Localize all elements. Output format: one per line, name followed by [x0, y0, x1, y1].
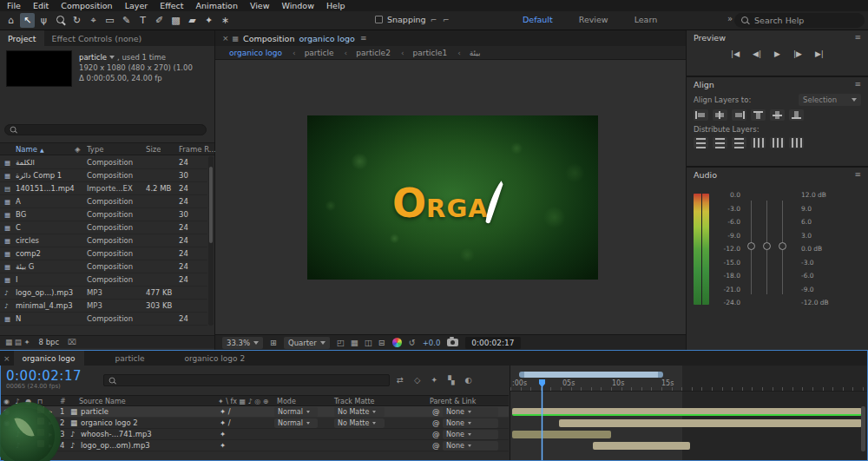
distribute-button-icon[interactable] — [751, 137, 766, 148]
project-item-row[interactable]: ▦ comp2 Composition 24 — [0, 247, 207, 260]
graph-scrollbar[interactable] — [861, 406, 865, 451]
align-button-icon[interactable] — [732, 109, 746, 121]
color-depth-indicator[interactable]: 8 bpc — [39, 338, 60, 346]
composition-breadcrumb[interactable]: بيئة — [452, 49, 485, 57]
snapping-checkbox[interactable] — [375, 16, 383, 23]
label-column-icon[interactable]: ◈ — [75, 143, 81, 156]
layer-row[interactable]: ♪ ▸ 4 ♪ logo_op...om).mp3 ✦ @ None — [1, 440, 509, 451]
tool-button-icon[interactable]: ✐ — [152, 13, 167, 28]
parent-dropdown[interactable]: None — [443, 418, 498, 428]
tool-button-icon[interactable]: ⌂ — [3, 13, 18, 28]
layer-search-field[interactable] — [103, 374, 390, 386]
pick-whip-icon[interactable]: @ — [432, 440, 440, 451]
help-search-input[interactable] — [754, 16, 860, 25]
layer-duration-bar[interactable] — [512, 408, 862, 416]
transport-button[interactable]: ▶ — [772, 48, 783, 60]
composition-viewport[interactable]: ORGA — [215, 60, 686, 334]
project-search-field[interactable] — [4, 124, 207, 135]
composition-breadcrumb[interactable]: particle — [287, 49, 339, 57]
menu-item[interactable]: Effect — [160, 1, 183, 10]
composition-breadcrumb[interactable]: organico logo — [224, 49, 287, 57]
menu-item[interactable]: View — [250, 1, 270, 10]
tool-button-icon[interactable]: ↖ — [20, 13, 35, 28]
color-management-icon[interactable] — [392, 338, 402, 347]
layer-switches[interactable]: ✦ — [220, 429, 226, 440]
distribute-button-icon[interactable] — [732, 137, 746, 148]
column-header-name[interactable]: Name — [16, 143, 37, 156]
transport-button[interactable]: ◀| — [750, 48, 764, 60]
layer-duration-bar[interactable] — [512, 431, 611, 438]
composition-canvas[interactable]: ORGA — [307, 115, 598, 280]
project-item-row[interactable]: ▦ الكلمة Composition 24 — [0, 156, 207, 169]
layer-name[interactable]: organico logo 2 — [81, 418, 213, 429]
timeline-graph[interactable]: :00s05s10s15s — [510, 366, 867, 460]
viewer-timecode[interactable]: 0:00:02:17 — [465, 337, 520, 349]
snapshot-camera-icon[interactable] — [447, 339, 458, 346]
tool-button-icon[interactable]: ✦ — [201, 13, 216, 28]
slider-knob[interactable] — [779, 242, 786, 250]
selected-item-name[interactable]: particle — [79, 53, 107, 62]
pick-whip-icon[interactable]: @ — [432, 418, 440, 429]
layer-duration-bar[interactable] — [559, 419, 862, 427]
project-item-row[interactable]: ▦ BG Composition 30 — [0, 208, 207, 221]
workspace-tab[interactable]: Default — [523, 15, 553, 24]
workspace-overflow-chevron[interactable]: » — [727, 14, 733, 23]
composition-tab-label[interactable]: Composition — [243, 34, 294, 43]
layer-name[interactable]: particle — [81, 406, 213, 418]
panel-tab[interactable]: Effect Controls (none) — [44, 30, 150, 46]
menu-item[interactable]: Edit — [33, 1, 49, 10]
layer-row[interactable]: ◉ ▸ 2 ▦ organico logo 2 ✦ / Normal No Ma… — [1, 418, 509, 429]
tool-button-icon[interactable] — [53, 13, 68, 28]
menu-item[interactable]: Layer — [125, 1, 148, 10]
project-scrollbar[interactable] — [208, 156, 214, 326]
track-matte-dropdown[interactable]: No Matte — [334, 407, 385, 417]
active-composition-name[interactable]: organico logo — [299, 34, 354, 43]
pick-whip-icon[interactable]: @ — [432, 429, 440, 440]
time-ruler[interactable]: :00s05s10s15s — [510, 379, 867, 392]
slider-knob[interactable] — [747, 242, 755, 250]
project-item-row[interactable]: ▦ A Composition 24 — [0, 195, 207, 208]
workspace-tab[interactable]: Review — [579, 15, 608, 24]
menu-item[interactable]: Animation — [196, 1, 238, 10]
menu-item[interactable]: Composition — [61, 1, 112, 10]
panel-tab[interactable]: Project — [0, 30, 44, 46]
viewer-option-icon[interactable]: ◰ — [337, 338, 345, 347]
project-item-row[interactable]: ♪ logo_op...).mp3 MP3 477 KB — [0, 286, 207, 300]
current-timecode[interactable]: 0:00:02:17 — [6, 368, 82, 384]
timeline-option-icon[interactable]: ▚ — [448, 375, 454, 385]
timeline-tab[interactable]: organico logo — [14, 351, 84, 366]
layer-name[interactable]: logo_op...om).mp3 — [81, 440, 213, 451]
parent-dropdown[interactable]: None — [443, 430, 498, 439]
snapping-options-icon[interactable]: ⌐ ⌐ — [431, 16, 451, 24]
workspace-tab[interactable]: Learn — [635, 15, 658, 24]
align-button-icon[interactable] — [713, 109, 727, 121]
close-icon[interactable]: × — [0, 354, 14, 363]
viewer-option-icon[interactable]: ⊟ — [378, 338, 385, 347]
audio-slider[interactable] — [751, 201, 752, 294]
layer-duration-bar[interactable] — [593, 442, 690, 450]
viewer-option-icon[interactable]: ◫ — [365, 338, 372, 347]
audio-slider[interactable] — [766, 201, 767, 294]
distribute-button-icon[interactable] — [694, 137, 708, 148]
parent-dropdown[interactable]: None — [443, 441, 498, 451]
distribute-button-icon[interactable] — [770, 137, 785, 148]
layer-row[interactable]: ◉ ▸ 1 ▦ particle ✦ / Normal No Matte @ N… — [1, 406, 509, 418]
timeline-option-icon[interactable]: ◇ — [414, 375, 420, 385]
align-button-icon[interactable] — [770, 109, 785, 121]
tool-button-icon[interactable]: ∗ — [218, 13, 233, 28]
project-item-row[interactable]: ▦ N Composition 24 — [0, 313, 207, 326]
layer-row[interactable]: ♪ ▸ 3 ♪ whoosh-...741.mp3 ✦ @ None — [1, 429, 509, 440]
distribute-button-icon[interactable] — [713, 137, 727, 148]
layer-switches[interactable]: ✦ / — [220, 418, 231, 429]
align-target-dropdown[interactable]: Selection — [799, 94, 861, 106]
timeline-tab[interactable]: particle — [107, 351, 154, 366]
resolution-dropdown[interactable]: Quarter — [284, 337, 330, 349]
project-item-row[interactable]: ▦ I Composition 24 — [0, 273, 207, 286]
reset-exposure-icon[interactable]: ↺ — [409, 338, 416, 347]
project-item-row[interactable]: ▤ 140151...1.mp4 Importe...EX 4.2 MB 24 — [0, 182, 207, 195]
panel-menu-icon[interactable]: ≡ — [854, 80, 861, 89]
chevron-down-icon[interactable] — [109, 56, 115, 59]
menu-item[interactable]: Help — [326, 1, 345, 10]
tool-button-icon[interactable]: ψ — [36, 13, 51, 28]
column-header-size[interactable]: Size — [146, 143, 161, 156]
